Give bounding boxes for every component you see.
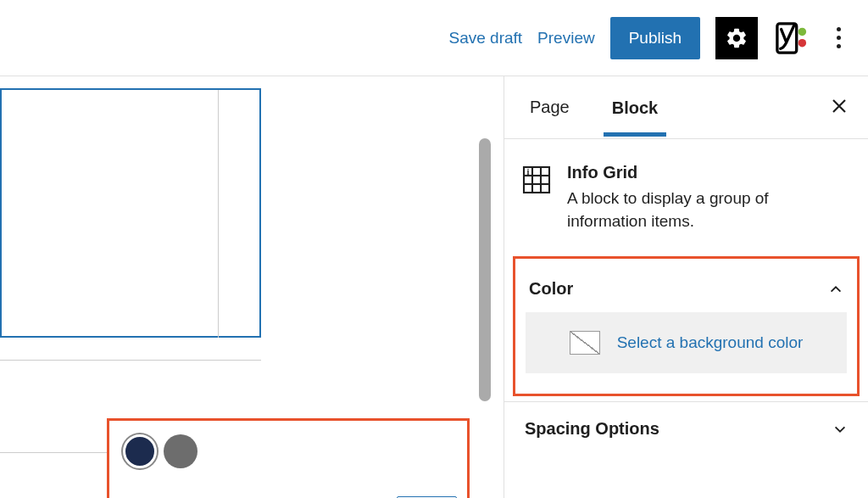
settings-button[interactable] (715, 17, 758, 59)
editor-canvas[interactable]: Clear (0, 76, 500, 498)
block-column (218, 90, 263, 338)
yoast-button[interactable] (773, 20, 810, 57)
color-swatch-gray[interactable] (164, 434, 198, 468)
scrollbar[interactable] (479, 81, 491, 403)
selected-block[interactable] (0, 88, 261, 338)
settings-sidebar: Page Block i Info Grid A block to displa… (504, 76, 868, 498)
svg-point-2 (798, 38, 807, 47)
info-grid-icon: i (521, 165, 552, 195)
chevron-down-icon (832, 422, 848, 437)
color-panel: Color Select a background color (513, 256, 860, 396)
preview-button[interactable]: Preview (537, 29, 595, 48)
select-background-color-button[interactable]: Select a background color (526, 312, 847, 373)
editor-toolbar: Save draft Preview Publish (0, 0, 868, 76)
sidebar-tabs: Page Block (504, 76, 868, 139)
color-swatch-navy[interactable] (123, 434, 157, 468)
publish-button[interactable]: Publish (610, 17, 700, 59)
color-panel-title: Color (529, 279, 573, 299)
gear-icon (725, 26, 748, 50)
scrollbar-thumb[interactable] (479, 138, 491, 401)
yoast-icon (776, 22, 808, 54)
empty-swatch-icon (570, 331, 600, 355)
chevron-up-icon (828, 282, 843, 297)
more-options-button[interactable] (826, 17, 851, 59)
block-title: Info Grid (567, 163, 851, 182)
color-swatches (120, 431, 457, 472)
tab-block[interactable]: Block (604, 80, 666, 137)
spacing-panel-title: Spacing Options (525, 419, 659, 439)
block-description: A block to display a group of informatio… (567, 187, 851, 232)
save-draft-button[interactable]: Save draft (448, 29, 522, 48)
svg-point-1 (798, 27, 807, 36)
more-icon (837, 27, 841, 48)
block-info-panel: i Info Grid A block to display a group o… (504, 139, 868, 256)
close-sidebar-button[interactable] (831, 96, 848, 120)
svg-text:i: i (526, 167, 529, 176)
color-panel-toggle[interactable]: Color (526, 266, 847, 312)
close-icon (831, 98, 848, 115)
color-picker-popover: Clear (107, 418, 470, 498)
select-bg-label: Select a background color (617, 333, 804, 352)
tab-page[interactable]: Page (521, 79, 578, 136)
spacing-panel-toggle[interactable]: Spacing Options (504, 401, 868, 456)
